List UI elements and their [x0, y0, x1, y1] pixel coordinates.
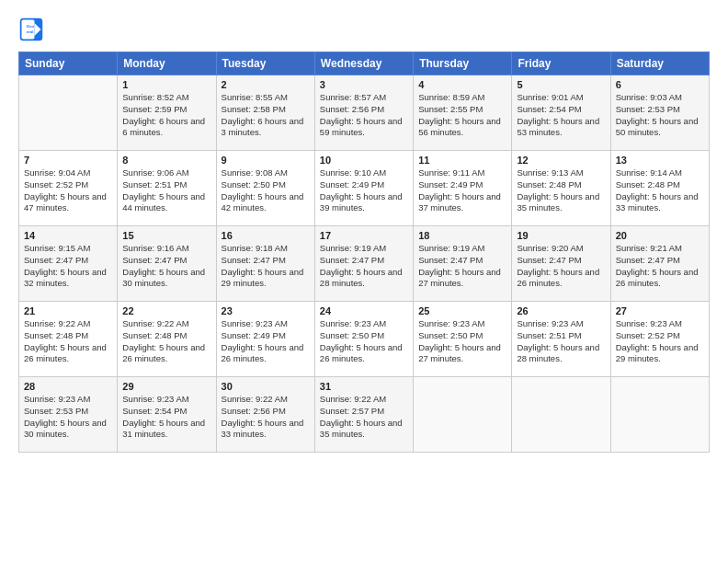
- day-detail: Sunrise: 9:23 AMSunset: 2:51 PMDaylight:…: [517, 318, 599, 363]
- day-detail: Sunrise: 9:22 AMSunset: 2:56 PMDaylight:…: [222, 394, 304, 439]
- day-detail: Sunrise: 8:55 AMSunset: 2:58 PMDaylight:…: [222, 92, 304, 137]
- calendar-day-cell: 26Sunrise: 9:23 AMSunset: 2:51 PMDayligh…: [512, 302, 610, 377]
- day-number: 23: [222, 305, 310, 316]
- day-detail: Sunrise: 9:19 AMSunset: 2:47 PMDaylight:…: [320, 243, 403, 288]
- calendar-day-cell: 22Sunrise: 9:22 AMSunset: 2:48 PMDayligh…: [118, 302, 216, 377]
- day-detail: Sunrise: 8:52 AMSunset: 2:59 PMDaylight:…: [122, 92, 205, 137]
- calendar-day-cell: 17Sunrise: 9:19 AMSunset: 2:47 PMDayligh…: [314, 226, 413, 302]
- day-number: 3: [320, 79, 408, 90]
- calendar-day-cell: 14Sunrise: 9:15 AMSunset: 2:47 PMDayligh…: [19, 226, 118, 302]
- calendar-day-cell: 9Sunrise: 9:08 AMSunset: 2:50 PMDaylight…: [216, 151, 314, 226]
- day-detail: Sunrise: 9:08 AMSunset: 2:50 PMDaylight:…: [222, 167, 304, 213]
- day-detail: Sunrise: 9:11 AMSunset: 2:49 PMDaylight:…: [418, 167, 501, 213]
- day-number: 21: [24, 305, 112, 316]
- calendar-day-cell: 23Sunrise: 9:23 AMSunset: 2:49 PMDayligh…: [216, 302, 314, 377]
- day-number: 22: [122, 305, 210, 316]
- day-detail: Sunrise: 9:22 AMSunset: 2:57 PMDaylight:…: [320, 394, 403, 439]
- svg-text:Gen: Gen: [27, 24, 35, 29]
- calendar-day-cell: 13Sunrise: 9:14 AMSunset: 2:48 PMDayligh…: [610, 151, 709, 226]
- calendar-day-cell: 4Sunrise: 8:59 AMSunset: 2:55 PMDaylight…: [414, 75, 512, 151]
- logo-icon: Gen eral: [18, 17, 44, 42]
- day-number: 11: [418, 155, 506, 166]
- day-detail: Sunrise: 9:21 AMSunset: 2:47 PMDaylight:…: [616, 243, 699, 288]
- calendar-day-cell: 19Sunrise: 9:20 AMSunset: 2:47 PMDayligh…: [512, 226, 610, 302]
- day-detail: Sunrise: 9:23 AMSunset: 2:54 PMDaylight:…: [122, 394, 205, 439]
- header-row: SundayMondayTuesdayWednesdayThursdayFrid…: [19, 52, 710, 75]
- calendar-week-row: 21Sunrise: 9:22 AMSunset: 2:48 PMDayligh…: [19, 302, 710, 377]
- calendar-day-cell: 12Sunrise: 9:13 AMSunset: 2:48 PMDayligh…: [512, 151, 610, 226]
- calendar-day-cell: 28Sunrise: 9:23 AMSunset: 2:53 PMDayligh…: [19, 377, 118, 453]
- calendar-day-cell: 31Sunrise: 9:22 AMSunset: 2:57 PMDayligh…: [314, 377, 413, 453]
- day-number: 13: [616, 155, 704, 166]
- day-number: 12: [517, 155, 605, 166]
- day-detail: Sunrise: 9:14 AMSunset: 2:48 PMDaylight:…: [616, 167, 699, 213]
- day-number: 7: [24, 155, 112, 166]
- calendar-day-cell: 21Sunrise: 9:22 AMSunset: 2:48 PMDayligh…: [19, 302, 118, 377]
- day-number: 25: [418, 305, 506, 316]
- calendar-day-cell: 27Sunrise: 9:23 AMSunset: 2:52 PMDayligh…: [610, 302, 709, 377]
- calendar-week-row: 1Sunrise: 8:52 AMSunset: 2:59 PMDaylight…: [19, 75, 710, 151]
- day-number: 14: [24, 230, 112, 241]
- header: Gen eral: [18, 17, 710, 42]
- calendar-day-cell: 20Sunrise: 9:21 AMSunset: 2:47 PMDayligh…: [610, 226, 709, 302]
- calendar-day-cell: [610, 377, 709, 453]
- day-detail: Sunrise: 9:23 AMSunset: 2:50 PMDaylight:…: [418, 318, 501, 363]
- page: Gen eral SundayMondayTuesdayWednesdayThu…: [0, 0, 728, 563]
- day-detail: Sunrise: 9:04 AMSunset: 2:52 PMDaylight:…: [24, 167, 107, 213]
- calendar-day-cell: 3Sunrise: 8:57 AMSunset: 2:56 PMDaylight…: [314, 75, 413, 151]
- day-number: 5: [517, 79, 605, 90]
- day-detail: Sunrise: 9:23 AMSunset: 2:52 PMDaylight:…: [616, 318, 699, 363]
- day-number: 10: [320, 155, 408, 166]
- day-number: 1: [122, 79, 210, 90]
- calendar-day-cell: 1Sunrise: 8:52 AMSunset: 2:59 PMDaylight…: [118, 75, 216, 151]
- calendar-day-cell: 10Sunrise: 9:10 AMSunset: 2:49 PMDayligh…: [314, 151, 413, 226]
- day-number: 2: [222, 79, 310, 90]
- calendar-day-cell: 16Sunrise: 9:18 AMSunset: 2:47 PMDayligh…: [216, 226, 314, 302]
- day-number: 30: [222, 381, 310, 392]
- day-number: 4: [418, 79, 506, 90]
- day-detail: Sunrise: 9:06 AMSunset: 2:51 PMDaylight:…: [122, 167, 205, 213]
- day-detail: Sunrise: 9:10 AMSunset: 2:49 PMDaylight:…: [320, 167, 403, 213]
- day-number: 6: [616, 79, 704, 90]
- calendar-day-cell: 24Sunrise: 9:23 AMSunset: 2:50 PMDayligh…: [314, 302, 413, 377]
- day-number: 26: [517, 305, 605, 316]
- weekday-header: Friday: [512, 52, 610, 75]
- calendar-day-cell: 7Sunrise: 9:04 AMSunset: 2:52 PMDaylight…: [19, 151, 118, 226]
- day-number: 28: [24, 381, 112, 392]
- logo: Gen eral: [18, 17, 48, 42]
- day-detail: Sunrise: 9:16 AMSunset: 2:47 PMDaylight:…: [122, 243, 205, 288]
- weekday-header: Tuesday: [216, 52, 314, 75]
- calendar-day-cell: [512, 377, 610, 453]
- day-detail: Sunrise: 9:20 AMSunset: 2:47 PMDaylight:…: [517, 243, 599, 288]
- day-detail: Sunrise: 9:01 AMSunset: 2:54 PMDaylight:…: [517, 92, 599, 137]
- day-number: 16: [222, 230, 310, 241]
- calendar-day-cell: 29Sunrise: 9:23 AMSunset: 2:54 PMDayligh…: [118, 377, 216, 453]
- day-number: 15: [122, 230, 210, 241]
- day-number: 18: [418, 230, 506, 241]
- day-detail: Sunrise: 9:23 AMSunset: 2:49 PMDaylight:…: [222, 318, 304, 363]
- calendar-day-cell: [414, 377, 512, 453]
- calendar-day-cell: 11Sunrise: 9:11 AMSunset: 2:49 PMDayligh…: [414, 151, 512, 226]
- weekday-header: Wednesday: [314, 52, 413, 75]
- day-number: 20: [616, 230, 704, 241]
- calendar-day-cell: 2Sunrise: 8:55 AMSunset: 2:58 PMDaylight…: [216, 75, 314, 151]
- day-detail: Sunrise: 8:57 AMSunset: 2:56 PMDaylight:…: [320, 92, 403, 137]
- calendar-day-cell: 6Sunrise: 9:03 AMSunset: 2:53 PMDaylight…: [610, 75, 709, 151]
- day-detail: Sunrise: 9:18 AMSunset: 2:47 PMDaylight:…: [222, 243, 304, 288]
- day-detail: Sunrise: 9:19 AMSunset: 2:47 PMDaylight:…: [418, 243, 501, 288]
- calendar-table: SundayMondayTuesdayWednesdayThursdayFrid…: [18, 52, 710, 453]
- day-detail: Sunrise: 9:22 AMSunset: 2:48 PMDaylight:…: [24, 318, 107, 363]
- calendar-day-cell: 30Sunrise: 9:22 AMSunset: 2:56 PMDayligh…: [216, 377, 314, 453]
- day-number: 27: [616, 305, 704, 316]
- day-number: 31: [320, 381, 408, 392]
- calendar-day-cell: 8Sunrise: 9:06 AMSunset: 2:51 PMDaylight…: [118, 151, 216, 226]
- day-detail: Sunrise: 9:15 AMSunset: 2:47 PMDaylight:…: [24, 243, 107, 288]
- day-number: 19: [517, 230, 605, 241]
- day-number: 24: [320, 305, 408, 316]
- calendar-day-cell: [19, 75, 118, 151]
- day-detail: Sunrise: 9:23 AMSunset: 2:50 PMDaylight:…: [320, 318, 403, 363]
- day-detail: Sunrise: 9:13 AMSunset: 2:48 PMDaylight:…: [517, 167, 599, 213]
- weekday-header: Thursday: [414, 52, 512, 75]
- weekday-header: Sunday: [19, 52, 118, 75]
- svg-text:eral: eral: [27, 29, 34, 34]
